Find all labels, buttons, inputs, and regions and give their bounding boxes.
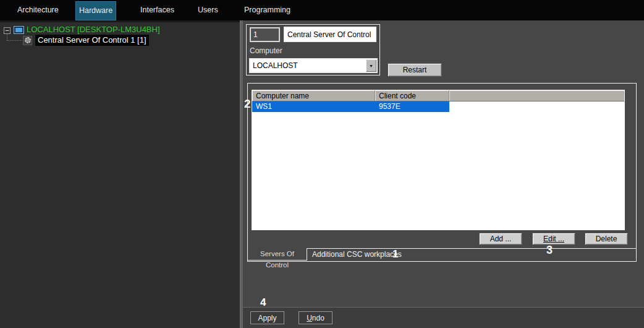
tab-programming[interactable]: Programming xyxy=(244,0,290,20)
tab-additional-csc-workplaces[interactable]: Additional CSC workplaces xyxy=(312,250,402,259)
workplaces-table: Computer name Client code WS1 9537E xyxy=(252,90,625,230)
delete-button[interactable]: Delete xyxy=(585,233,628,245)
edit-button[interactable]: Edit ... xyxy=(532,233,575,245)
selected-row-highlight: WS1 9537E xyxy=(252,101,449,112)
tab-servers-of-control[interactable]: Servers Of Control xyxy=(247,248,307,261)
dropdown-arrow-icon[interactable]: ▼ xyxy=(366,59,376,72)
annotation-2: 2 xyxy=(244,97,251,111)
annotation-1: 1 xyxy=(392,248,398,261)
edit-button-label: Edit ... xyxy=(543,235,564,243)
undo-label-rest: ndo xyxy=(312,314,324,322)
tree-connector xyxy=(7,40,22,41)
annotation-3: 3 xyxy=(546,244,553,257)
table-row[interactable]: WS1 9537E xyxy=(252,101,624,112)
computer-icon xyxy=(14,26,24,34)
tab-interfaces[interactable]: Interfaces xyxy=(140,0,174,20)
computer-select-value: LOCALHOST xyxy=(250,61,366,70)
computer-label: Computer xyxy=(250,46,282,55)
top-tab-bar: Architecture Hardware Interfaces Users P… xyxy=(0,0,644,20)
tree-node-central-server[interactable]: Central Server Of Control 1 [1] xyxy=(35,35,149,46)
tab-hardware[interactable]: Hardware xyxy=(75,1,116,20)
server-id-field[interactable] xyxy=(250,27,280,42)
add-button[interactable]: Add ... xyxy=(479,233,522,245)
column-header-client-code[interactable]: Client code xyxy=(375,90,449,101)
server-name-field[interactable] xyxy=(284,27,376,42)
tab-architecture[interactable]: Architecture xyxy=(17,0,59,20)
undo-button[interactable]: Undo xyxy=(299,311,333,324)
table-header-row: Computer name Client code xyxy=(252,90,624,101)
undo-accelerator: U xyxy=(307,314,312,322)
tree-collapse-icon[interactable]: − xyxy=(4,27,11,34)
column-header-empty[interactable] xyxy=(449,90,624,101)
annotation-4: 4 xyxy=(260,296,266,309)
column-header-computer-name[interactable]: Computer name xyxy=(252,90,375,101)
gear-icon xyxy=(23,36,32,45)
hardware-tree-panel xyxy=(0,20,240,328)
application-window: Architecture Hardware Interfaces Users P… xyxy=(0,0,644,328)
apply-button[interactable]: Apply xyxy=(250,311,284,324)
computer-select[interactable]: LOCALHOST ▼ xyxy=(249,58,378,73)
cell-client-code: 9537E xyxy=(375,101,449,112)
tab-users[interactable]: Users xyxy=(198,0,218,20)
tree-node-localhost[interactable]: LOCALHOST [DESKTOP-LM3U4BH] xyxy=(27,25,160,34)
cell-computer-name: WS1 xyxy=(252,101,375,112)
restart-button[interactable]: Restart xyxy=(388,63,442,77)
